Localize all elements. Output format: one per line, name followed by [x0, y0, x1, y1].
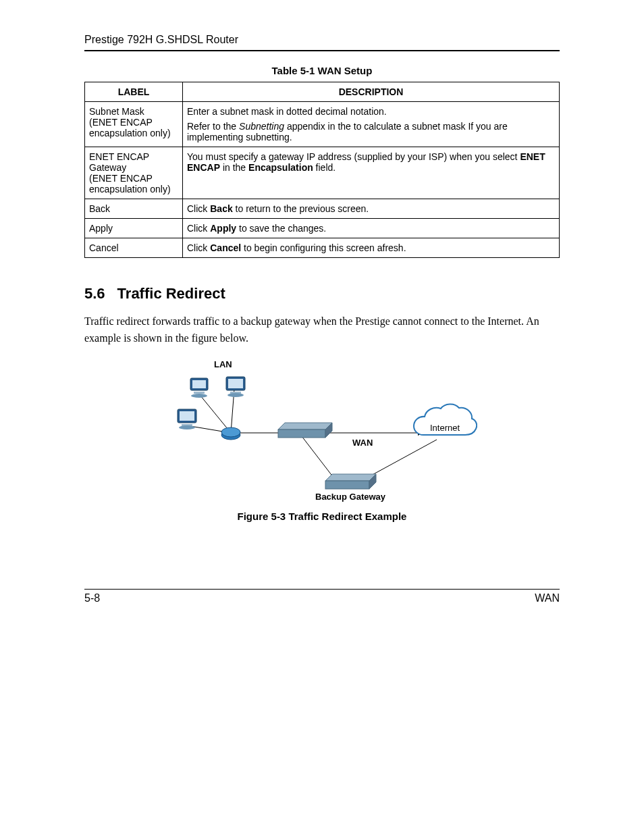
- wan-setup-table: LABEL DESCRIPTION Subnet Mask (ENET ENCA…: [84, 82, 560, 258]
- desc-line: Enter a subnet mask in dotted decimal no…: [187, 106, 555, 117]
- table-row: Cancel Click Cancel to begin configuring…: [85, 238, 560, 258]
- router-hub-icon: [221, 427, 240, 440]
- svg-point-21: [221, 427, 240, 437]
- header-rule: [84, 50, 560, 51]
- footer-page-number: 5-8: [84, 592, 100, 604]
- label-backup-gateway: Backup Gateway: [315, 492, 386, 502]
- table-row: Subnet Mask (ENET ENCAP encapsulation on…: [85, 102, 560, 147]
- section-number: 5.6: [84, 285, 105, 303]
- page-header-title: Prestige 792H G.SHDSL Router: [84, 34, 560, 46]
- section-title: Traffic Redirect: [117, 285, 225, 302]
- cell-desc: You must specify a gateway IP address (s…: [183, 147, 560, 199]
- svg-line-0: [200, 396, 231, 433]
- section-heading: 5.6Traffic Redirect: [84, 285, 560, 303]
- label-lan: LAN: [214, 359, 232, 369]
- svg-marker-22: [278, 423, 332, 429]
- diagram-svg: LAN WAN Internet Backup Gateway: [167, 355, 477, 504]
- cell-desc: Click Apply to save the changes.: [183, 219, 560, 238]
- cell-desc: Click Back to return to the previous scr…: [183, 199, 560, 219]
- desc-line: Refer to the Subnetting appendix in the …: [187, 121, 555, 142]
- svg-rect-9: [192, 380, 206, 388]
- svg-marker-25: [325, 474, 376, 481]
- cell-desc: Click Cancel to begin configuring this s…: [183, 238, 560, 258]
- svg-point-11: [191, 394, 207, 398]
- computer-icon: [190, 378, 208, 398]
- svg-line-6: [302, 436, 336, 480]
- prestige-router-icon: [278, 423, 332, 438]
- svg-rect-13: [228, 379, 243, 388]
- svg-rect-26: [325, 481, 369, 489]
- th-description: DESCRIPTION: [183, 82, 560, 102]
- svg-rect-10: [194, 392, 205, 394]
- table-row: ENET ENCAP Gateway (ENET ENCAP encapsula…: [85, 147, 560, 199]
- cell-desc: Enter a subnet mask in dotted decimal no…: [183, 102, 560, 147]
- footer-rule: [84, 589, 560, 590]
- svg-point-19: [179, 425, 195, 429]
- computer-icon: [178, 409, 196, 429]
- computer-icon: [226, 377, 245, 397]
- label-wan: WAN: [352, 438, 373, 448]
- traffic-redirect-diagram: LAN WAN Internet Backup Gateway: [167, 351, 477, 506]
- table-row: Back Click Back to return to the previou…: [85, 199, 560, 219]
- label-internet: Internet: [430, 423, 460, 433]
- cell-label: Apply: [85, 219, 183, 238]
- page: Prestige 792H G.SHDSL Router Table 5-1 W…: [0, 0, 644, 834]
- section-body: Traffic redirect forwards traffic to a b…: [84, 313, 560, 347]
- figure-caption: Figure 5-3 Traffic Redirect Example: [84, 511, 560, 522]
- svg-point-15: [227, 393, 244, 397]
- cell-label: Cancel: [85, 238, 183, 258]
- svg-rect-17: [180, 411, 194, 421]
- cell-label: ENET ENCAP Gateway (ENET ENCAP encapsula…: [85, 147, 183, 199]
- table-head-row: LABEL DESCRIPTION: [85, 82, 560, 102]
- table-row: Apply Click Apply to save the changes.: [85, 219, 560, 238]
- svg-rect-23: [278, 429, 325, 438]
- footer-section-name: WAN: [535, 592, 560, 604]
- th-label: LABEL: [85, 82, 183, 102]
- table-caption: Table 5-1 WAN Setup: [84, 65, 560, 76]
- backup-gateway-icon: [325, 474, 376, 489]
- cell-label: Subnet Mask (ENET ENCAP encapsulation on…: [85, 102, 183, 147]
- page-footer: 5-8 WAN: [84, 589, 560, 604]
- cell-label: Back: [85, 199, 183, 219]
